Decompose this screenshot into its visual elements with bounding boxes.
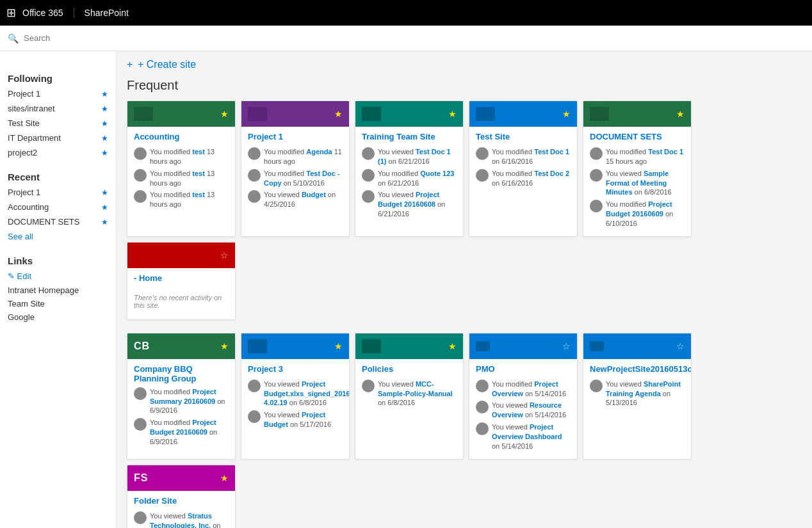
card-header: ★ xyxy=(355,333,463,359)
sidebar-item-project1[interactable]: Project 1 ★ xyxy=(0,86,116,101)
card-project1[interactable]: ★ Project 1 You modified Agenda 11 hours… xyxy=(241,100,350,237)
card-initials: FS xyxy=(134,472,148,484)
links-title: Links xyxy=(0,252,116,269)
following-title: Following xyxy=(0,69,116,86)
sidebar-item-project2[interactable]: project2 ★ xyxy=(0,145,116,160)
card-star-icon[interactable]: ★ xyxy=(448,109,457,119)
search-icon: 🔍 xyxy=(8,33,19,44)
card-star-icon[interactable]: ★ xyxy=(220,341,229,351)
search-input[interactable] xyxy=(24,33,139,43)
card-activity: You modified Project Summary 20160609 on… xyxy=(134,387,229,447)
layout: Following Project 1 ★ sites/intranet ★ T… xyxy=(0,51,812,528)
card-activity: You modified test 13 hours ago You modif… xyxy=(134,147,229,209)
sidebar-link-google[interactable]: Google xyxy=(0,310,116,324)
card-title: Project 1 xyxy=(248,132,343,143)
sidebar-item-itdept[interactable]: IT Department ★ xyxy=(0,131,116,145)
card-pmo[interactable]: ☆ PMO You modified Project Overview on 5… xyxy=(469,333,578,460)
card-title: Policies xyxy=(362,364,457,376)
recent-title: Recent xyxy=(0,168,116,185)
card-project3[interactable]: ★ Project 3 You viewed Project Budget.xl… xyxy=(241,333,350,460)
see-all-link[interactable]: See all xyxy=(0,229,116,244)
card-star-icon[interactable]: ☆ xyxy=(220,250,229,260)
card-body: Project 3 You viewed Project Budget.xlxs… xyxy=(241,359,349,437)
frequent-title: Frequent xyxy=(127,78,802,93)
star-icon: ★ xyxy=(101,148,108,157)
card-header: ★ xyxy=(241,101,349,127)
sidebar-item-recent-project1[interactable]: Project 1 ★ xyxy=(0,185,116,200)
card-body: - Home There's no recent activity on thi… xyxy=(127,268,235,319)
card-title: - Home xyxy=(134,273,229,285)
card-body: Accounting You modified test 13 hours ag… xyxy=(127,127,235,217)
sidebar-link-intranet[interactable]: Intranet Homepage xyxy=(0,284,116,297)
card-body: DOCUMENT SETS You modified Test Doc 1 15… xyxy=(583,127,691,236)
card-body: Project 1 You modified Agenda 11 hours a… xyxy=(241,127,349,217)
card-body: PMO You modified Project Overview on 5/1… xyxy=(469,359,577,459)
card-activity: You viewed Test Doc 1 (1) on 6/21/2016 Y… xyxy=(362,147,457,219)
card-title: Company BBQ Planning Group xyxy=(134,364,229,383)
card-title: Test Site xyxy=(476,132,571,143)
card-title: NewProjectSite20160513c xyxy=(590,364,685,376)
card-policies[interactable]: ★ Policies You viewed MCC-Sample-Policy-… xyxy=(355,333,464,460)
sidebar-item-testsite[interactable]: Test Site ★ xyxy=(0,116,116,131)
card-docsets[interactable]: ★ DOCUMENT SETS You modified Test Doc 1 … xyxy=(583,100,692,237)
create-site-button[interactable]: + + Create site xyxy=(127,59,802,70)
card-star-icon[interactable]: ★ xyxy=(334,341,343,351)
star-icon: ★ xyxy=(101,104,108,113)
card-activity: You viewed MCC-Sample-Policy-Manual on 6… xyxy=(362,380,457,408)
card-home[interactable]: ☆ - Home There's no recent activity on t… xyxy=(127,242,236,320)
card-title: PMO xyxy=(476,364,571,376)
card-title: DOCUMENT SETS xyxy=(590,132,685,143)
card-title: Folder Site xyxy=(134,496,229,508)
card-body: Policies You viewed MCC-Sample-Policy-Ma… xyxy=(355,359,463,416)
frequent-cards-row2: CB ★ Company BBQ Planning Group You modi… xyxy=(127,333,802,528)
frequent-cards-row1: ★ Accounting You modified test 13 hours … xyxy=(127,100,802,320)
sharepoint-label: SharePoint xyxy=(85,8,129,18)
card-newproject[interactable]: ☆ NewProjectSite20160513c You viewed Sha… xyxy=(583,333,692,460)
card-training[interactable]: ★ Training Team Site You viewed Test Doc… xyxy=(355,100,464,237)
card-testsite[interactable]: ★ Test Site You modified Test Doc 1 on 6… xyxy=(469,100,578,237)
card-activity: You modified Test Doc 1 15 hours ago You… xyxy=(590,147,685,228)
topbar: ⊞ Office 365 SharePoint xyxy=(0,0,812,26)
star-icon: ★ xyxy=(101,203,108,212)
card-foldersite[interactable]: FS ★ Folder Site You viewed Stratus Tech… xyxy=(127,465,236,528)
links-edit-button[interactable]: ✎ Edit xyxy=(0,269,116,284)
card-star-icon[interactable]: ☆ xyxy=(676,341,685,351)
card-header: ☆ xyxy=(127,243,235,268)
card-star-icon[interactable]: ★ xyxy=(220,473,229,483)
card-body: Folder Site You viewed Stratus Technolog… xyxy=(127,491,235,528)
card-star-icon[interactable]: ★ xyxy=(220,109,229,119)
waffle-icon[interactable]: ⊞ xyxy=(6,6,16,20)
star-icon: ★ xyxy=(101,90,108,99)
card-bbq[interactable]: CB ★ Company BBQ Planning Group You modi… xyxy=(127,333,236,460)
search-bar: 🔍 xyxy=(0,26,812,51)
card-star-icon[interactable]: ★ xyxy=(334,109,343,119)
card-title: Project 3 xyxy=(248,364,343,376)
card-star-icon[interactable]: ★ xyxy=(676,109,685,119)
star-icon: ★ xyxy=(101,188,108,197)
plus-icon: + xyxy=(127,59,133,70)
card-accounting[interactable]: ★ Accounting You modified test 13 hours … xyxy=(127,100,236,237)
office365-label[interactable]: Office 365 xyxy=(22,8,74,18)
card-header: ★ xyxy=(127,101,235,127)
card-title: Accounting xyxy=(134,132,229,143)
card-body: Training Team Site You viewed Test Doc 1… xyxy=(355,127,463,227)
card-header: ☆ xyxy=(469,333,577,359)
card-star-icon[interactable]: ☆ xyxy=(562,341,571,351)
card-activity: You modified Project Overview on 5/14/20… xyxy=(476,380,571,451)
card-header: ★ xyxy=(241,333,349,359)
card-header: ★ xyxy=(469,101,577,127)
star-icon: ★ xyxy=(101,119,108,128)
card-body: Company BBQ Planning Group You modified … xyxy=(127,359,235,454)
card-body: Test Site You modified Test Doc 1 on 6/1… xyxy=(469,127,577,195)
card-activity: You viewed SharePoint Training Agenda on… xyxy=(590,380,685,408)
sidebar-item-recent-accounting[interactable]: Accounting ★ xyxy=(0,200,116,214)
card-header: ★ xyxy=(355,101,463,127)
sidebar-link-teamsite[interactable]: Team Site xyxy=(0,297,116,310)
card-star-icon[interactable]: ★ xyxy=(562,109,571,119)
sidebar-item-intranet[interactable]: sites/intranet ★ xyxy=(0,101,116,116)
card-activity: You modified Agenda 11 hours ago You mod… xyxy=(248,147,343,209)
card-title: Training Team Site xyxy=(362,132,457,143)
card-star-icon[interactable]: ★ xyxy=(448,341,457,351)
sidebar-item-recent-docsets[interactable]: DOCUMENT SETS ★ xyxy=(0,214,116,229)
star-icon: ★ xyxy=(101,218,108,227)
